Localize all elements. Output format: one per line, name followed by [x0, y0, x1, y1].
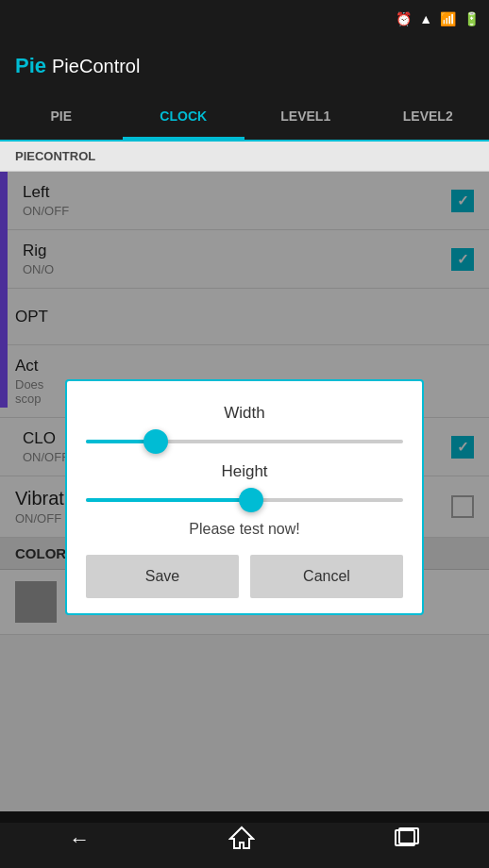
width-slider-thumb[interactable] — [143, 429, 168, 454]
dialog-buttons: Save Cancel — [86, 555, 403, 598]
tab-clock[interactable]: CLOCK — [123, 94, 245, 140]
wifi-icon: ▲ — [419, 11, 432, 26]
battery-icon: 🔋 — [464, 11, 480, 26]
section-header-piecontrol: PIECONTROL — [0, 142, 489, 172]
cancel-button[interactable]: Cancel — [250, 555, 403, 598]
height-label: Height — [86, 462, 403, 481]
height-slider-container: Height — [86, 462, 403, 502]
dialog-message: Please test now! — [86, 521, 403, 538]
app-header: Pie PieControl — [0, 38, 489, 94]
width-label: Width — [86, 404, 403, 423]
recent-button[interactable] — [375, 819, 439, 860]
home-button[interactable] — [210, 816, 274, 863]
dialog-backdrop: Width Height Please test now! Save Can — [0, 172, 489, 823]
dialog: Width Height Please test now! Save Can — [65, 379, 424, 615]
tab-pie[interactable]: PIE — [0, 94, 123, 140]
app-title-accent: Pie — [15, 54, 46, 78]
status-bar: ⏰ ▲ 📶 🔋 — [0, 0, 489, 38]
svg-marker-0 — [230, 827, 253, 848]
content-area: Left ON/OFF Rig ON/O OPT Act Doesscop CL… — [0, 172, 489, 823]
recent-icon — [394, 826, 420, 847]
signal-icon: 📶 — [440, 11, 456, 26]
back-button[interactable]: ← — [50, 820, 109, 860]
save-button[interactable]: Save — [86, 555, 239, 598]
tab-level2[interactable]: LEVEL2 — [367, 94, 490, 140]
home-icon — [228, 824, 255, 850]
width-slider-container: Width — [86, 404, 403, 443]
clock-icon: ⏰ — [396, 11, 412, 26]
app-title-rest: PieControl — [52, 56, 140, 77]
tab-level1[interactable]: LEVEL1 — [244, 94, 367, 140]
width-slider-track[interactable] — [86, 440, 403, 443]
tab-bar: PIE CLOCK LEVEL1 LEVEL2 — [0, 94, 489, 142]
height-slider-fill — [86, 498, 251, 502]
height-slider-thumb[interactable] — [239, 488, 263, 512]
height-slider-track[interactable] — [86, 498, 403, 502]
